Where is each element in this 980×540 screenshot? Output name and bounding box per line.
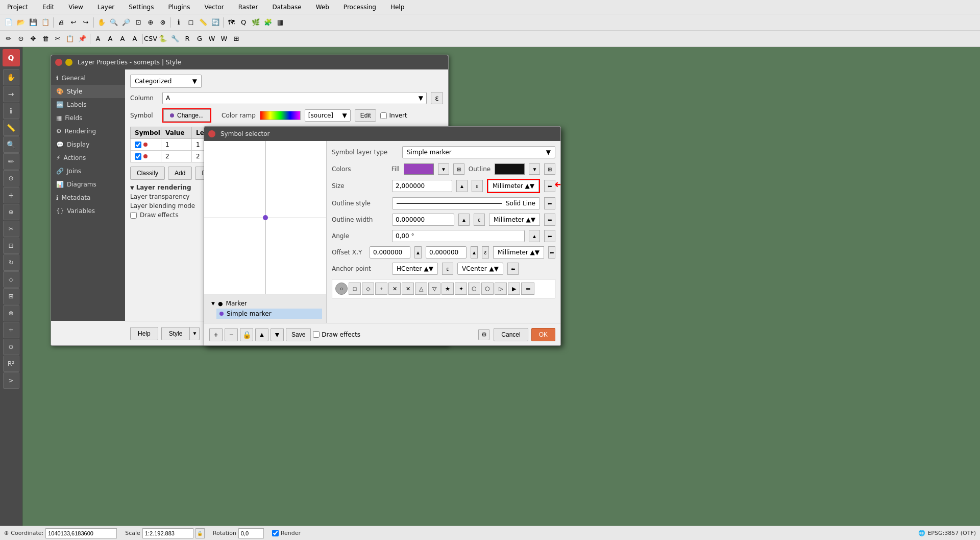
- save-project-icon[interactable]: 💾: [28, 17, 39, 28]
- outline-width-up-button[interactable]: ▲: [458, 214, 470, 226]
- nav-joins[interactable]: 🔗 Joins: [51, 165, 125, 178]
- menu-project[interactable]: Project: [4, 3, 31, 12]
- column-select[interactable]: A ▼: [162, 92, 427, 104]
- pan-map-tool[interactable]: ✋: [3, 69, 19, 85]
- change-button[interactable]: Change...: [163, 109, 210, 122]
- outline-style-expr-button[interactable]: ⬅: [544, 197, 555, 209]
- color-ramp-select[interactable]: [source] ▼: [305, 109, 351, 122]
- offset-y-up-button[interactable]: ▲: [471, 246, 478, 259]
- add-button[interactable]: Add: [168, 167, 192, 180]
- wcs-icon[interactable]: W: [218, 33, 230, 44]
- menu-settings[interactable]: Settings: [126, 3, 157, 12]
- shape-circle-btn[interactable]: ○: [335, 283, 348, 295]
- fill-ring-tool[interactable]: ⊗: [3, 305, 19, 321]
- minimize-button[interactable]: [65, 59, 72, 66]
- pan-icon[interactable]: ✋: [96, 17, 107, 28]
- delete-icon[interactable]: 🗑: [40, 33, 51, 44]
- shape-square-btn[interactable]: □: [349, 283, 361, 295]
- edit-node-icon[interactable]: ⊙: [15, 33, 27, 44]
- reshape-tool[interactable]: ⊡: [3, 238, 19, 254]
- zoom-selection-icon[interactable]: ⊗: [157, 17, 168, 28]
- cut-icon[interactable]: ✂: [52, 33, 63, 44]
- refresh-icon[interactable]: 🔄: [210, 17, 221, 28]
- shape-arrow-btn[interactable]: ▷: [495, 283, 507, 295]
- zoom-out-icon[interactable]: 🔎: [120, 17, 132, 28]
- new-project-icon[interactable]: 📄: [3, 17, 14, 28]
- size-link-button[interactable]: ⬅: [544, 180, 555, 192]
- grass2-icon[interactable]: 🔧: [169, 33, 181, 44]
- shape-tri2-btn[interactable]: ▽: [428, 283, 440, 295]
- shape-diamond-btn[interactable]: ◇: [362, 283, 374, 295]
- plugin2-tool[interactable]: R²: [3, 356, 19, 372]
- outline-width-expr-button[interactable]: ε: [474, 214, 485, 226]
- layer-properties-tool[interactable]: ⊙: [3, 339, 19, 355]
- simplify-tool[interactable]: ◇: [3, 271, 19, 288]
- identify-icon[interactable]: ℹ: [173, 17, 184, 28]
- rotation-input[interactable]: [238, 528, 264, 538]
- shape-paste-btn[interactable]: ⬅: [521, 283, 534, 295]
- sym-type-select[interactable]: Simple marker ▼: [402, 146, 555, 158]
- style-button[interactable]: Style: [161, 327, 190, 340]
- sym-ok-button[interactable]: OK: [531, 328, 555, 341]
- draw-effects-checkbox[interactable]: [130, 212, 137, 219]
- add-feature-tool[interactable]: +: [3, 187, 19, 203]
- wms-icon[interactable]: W: [206, 33, 217, 44]
- nav-variables[interactable]: {} Variables: [51, 204, 125, 218]
- rotate-tool[interactable]: ↻: [3, 254, 19, 271]
- zoom-tool[interactable]: 🔍: [3, 136, 19, 153]
- render-checkbox[interactable]: [272, 530, 279, 536]
- zoom-in-icon[interactable]: 🔍: [108, 17, 119, 28]
- offset-y-input[interactable]: 0,000000: [426, 246, 467, 259]
- outline-color-swatch[interactable]: [495, 163, 525, 175]
- sym-down-button[interactable]: ▼: [271, 328, 284, 341]
- shape-cross-btn[interactable]: +: [375, 283, 387, 295]
- size-unit-select[interactable]: Millimeter ▲▼: [488, 180, 539, 192]
- shape-star2-btn[interactable]: ✦: [455, 283, 467, 295]
- row1-checkbox[interactable]: [135, 142, 141, 148]
- size-up-button[interactable]: ▲: [456, 180, 468, 192]
- outline-copy-button[interactable]: ⊞: [544, 163, 555, 175]
- nav-style[interactable]: 🎨 Style: [51, 85, 125, 98]
- label4-icon[interactable]: A: [129, 33, 140, 44]
- print-composer-icon[interactable]: 🖨: [56, 17, 67, 28]
- shape-x-btn[interactable]: ✕: [388, 283, 401, 295]
- console-tool[interactable]: >: [3, 372, 19, 389]
- outline-style-select[interactable]: Solid Line: [392, 197, 540, 209]
- anchor-v-expr-button[interactable]: ⬅: [507, 263, 519, 275]
- menu-vector[interactable]: Vector: [201, 3, 227, 12]
- grass-icon[interactable]: 🌿: [250, 17, 261, 28]
- draw-effects-sym-checkbox[interactable]: [313, 331, 320, 338]
- menu-edit[interactable]: Edit: [39, 3, 57, 12]
- plugin-icon[interactable]: 🧩: [262, 17, 274, 28]
- sym-lock-button[interactable]: 🔒: [240, 328, 253, 341]
- size-input[interactable]: 2,000000: [392, 180, 452, 192]
- anchor-h-select[interactable]: HCenter ▲▼: [392, 263, 438, 275]
- nav-general[interactable]: ℹ General: [51, 72, 125, 85]
- open-project-icon[interactable]: 📂: [15, 17, 27, 28]
- angle-input[interactable]: 0,00 °: [392, 230, 525, 242]
- nav-display[interactable]: 💬 Display: [51, 138, 125, 151]
- outline-width-link-button[interactable]: ⬅: [544, 214, 555, 226]
- nav-rendering[interactable]: ⚙ Rendering: [51, 125, 125, 138]
- edit-button[interactable]: Edit: [355, 109, 377, 122]
- menu-raster[interactable]: Raster: [235, 3, 261, 12]
- sym-remove-button[interactable]: −: [225, 328, 238, 341]
- edit-tool[interactable]: ✏: [3, 153, 19, 170]
- select-icon[interactable]: ◻: [185, 17, 197, 28]
- redo-icon[interactable]: ↪: [80, 17, 91, 28]
- nav-metadata[interactable]: ℹ Metadata: [51, 191, 125, 204]
- csv-icon[interactable]: CSV: [145, 33, 156, 44]
- paste-icon[interactable]: 📌: [77, 33, 88, 44]
- anchor-v-select[interactable]: VCenter ▲▼: [457, 263, 503, 275]
- help-button[interactable]: Help: [130, 327, 158, 340]
- merge-tool[interactable]: ⊞: [3, 288, 19, 304]
- style-arrow-button[interactable]: ▼: [189, 327, 200, 340]
- qgis-icon[interactable]: Q: [238, 17, 249, 28]
- menu-database[interactable]: Database: [269, 3, 304, 12]
- table-icon[interactable]: ▦: [275, 17, 286, 28]
- shape-arrow2-btn[interactable]: ▶: [508, 283, 520, 295]
- undo-icon[interactable]: ↩: [68, 17, 79, 28]
- r-icon[interactable]: R: [182, 33, 193, 44]
- renderer-select[interactable]: Categorized ▼: [130, 75, 202, 88]
- tile-map-icon[interactable]: 🗺: [226, 17, 237, 28]
